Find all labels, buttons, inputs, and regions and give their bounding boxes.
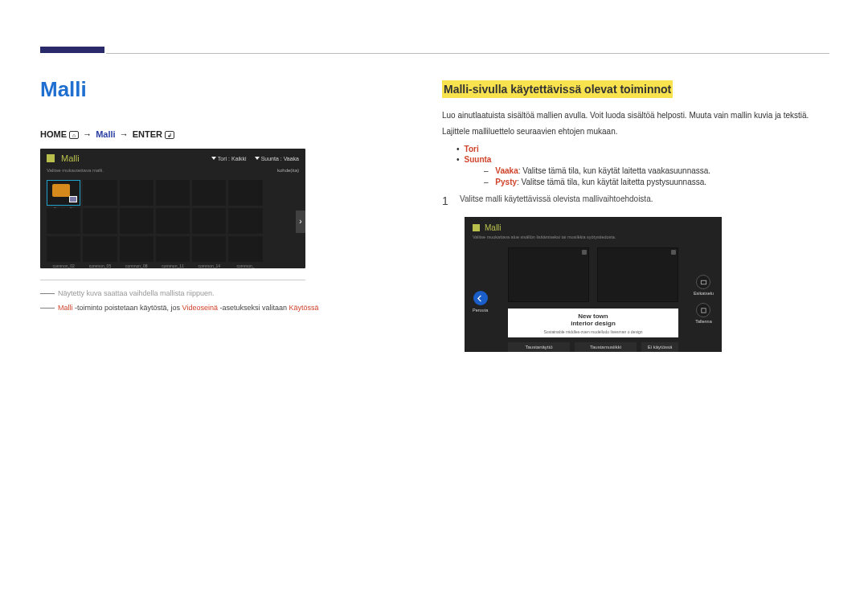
dash-icon: ―― [40, 304, 55, 312]
shot2-title: Malli [485, 223, 502, 232]
svg-rect-0 [701, 280, 706, 284]
template-tile[interactable]: common_04 [83, 208, 117, 234]
sub-vaaka: – Vaaka: Valitse tämä tila, kun käytät l… [484, 166, 836, 175]
chevron-down-icon [211, 157, 216, 160]
divider [40, 280, 305, 280]
footnote-2: ――Malli -toiminto poistetaan käytöstä, j… [40, 303, 346, 314]
bullet-tori: •Tori [457, 145, 836, 153]
template-tile[interactable]: common_02 [47, 236, 80, 262]
bc-home: HOME [40, 129, 67, 139]
header-rule [106, 53, 829, 54]
template-tile[interactable]: common_013 [192, 208, 226, 234]
bullet-suunta: •Suunta [457, 155, 836, 164]
save-label: Tallenna [695, 319, 712, 324]
bullet-label: Suunta [465, 155, 492, 164]
preview-icon [696, 275, 710, 289]
enter-icon: ↲ [165, 131, 174, 139]
lead: Pysty [495, 178, 517, 186]
step-1: 1 Valitse malli käytettävissä olevista m… [442, 194, 836, 207]
back-icon [473, 291, 488, 305]
caption-line3: Sustainable middles-zoen modellodo lives… [508, 329, 678, 334]
save-icon [696, 303, 710, 317]
template-tile[interactable]: common_10 [156, 208, 190, 234]
bc-mid: Malli [96, 129, 115, 139]
template-tile[interactable]: common_ [228, 180, 262, 206]
shot1-count: kohde(tta) [277, 168, 299, 173]
shot2-subtitle: Valitse muokattava alue sisällön lisäämi… [465, 235, 722, 244]
tile-caption: common_02 [47, 264, 80, 268]
template-grid: Omat mallit common_03 common_06 common_0… [40, 175, 305, 268]
cancel-button[interactable]: Peruuta [473, 291, 488, 313]
shot1-title: Malli [61, 153, 80, 163]
preview-button[interactable]: Esikatselu [694, 275, 714, 296]
desc: : Valitse tämä tila, kun käytät laitetta… [517, 178, 706, 186]
arrow-icon: → [81, 129, 93, 139]
footnote-1: ――Näytetty kuva saattaa vaihdella mallis… [40, 288, 346, 300]
lead: Vaaka [495, 166, 518, 175]
template-tile[interactable]: common_06 [120, 180, 154, 206]
screenshot-template-grid: Malli Tori : Kaikki Suunta : Vaaka Valit… [40, 149, 305, 268]
step-number: 1 [442, 194, 448, 207]
folder-icon [52, 184, 70, 197]
cancel-label: Peruuta [473, 308, 488, 313]
resize-icon [671, 250, 676, 255]
chevron-down-icon [255, 157, 260, 160]
disabled-button[interactable]: Ei käytössä [641, 342, 678, 352]
desc: : Valitse tämä tila, kun käytät laitetta… [518, 166, 710, 175]
background-button[interactable]: Taustanäyttö [508, 342, 570, 352]
template-tile[interactable]: common_11 [156, 236, 190, 262]
hl: Videoseinä [182, 304, 218, 312]
tile-caption: common_11 [156, 264, 190, 268]
tile-caption: common_14 [192, 264, 226, 268]
bc-enter: ENTER [133, 129, 162, 139]
template-tile[interactable]: common_ [228, 208, 262, 234]
content-slot-right[interactable] [597, 247, 678, 302]
preview-label: Esikatselu [694, 291, 714, 296]
screenshot-template-editor: Malli Valitse muokattava alue sisällön l… [465, 217, 722, 352]
dropdown-category[interactable]: Tori : Kaikki [211, 156, 247, 161]
svg-rect-1 [702, 308, 706, 312]
caption-line2: interior design [508, 320, 678, 327]
template-caption: New town interior design Sustainable mid… [508, 309, 678, 337]
footnote-1-text: Näytetty kuva saattaa vaihdella mallista… [58, 289, 215, 297]
breadcrumb: HOME ⌂ → Malli → ENTER ↲ [40, 129, 346, 139]
template-tile[interactable]: common_01 [47, 208, 80, 234]
template-icon [473, 224, 480, 231]
content-slot-left[interactable] [508, 247, 589, 302]
template-tile[interactable]: common_14 [192, 236, 226, 262]
bullet-icon: • [457, 145, 460, 153]
template-icon [47, 154, 55, 162]
template-tile[interactable]: common_05 [83, 236, 117, 262]
next-page-button[interactable]: › [296, 210, 305, 233]
template-tile[interactable]: common_07 [120, 208, 154, 234]
home-icon: ⌂ [69, 131, 79, 139]
template-tile[interactable]: common_03 [83, 180, 117, 206]
section-heading: Malli-sivulla käytettävissä olevat toimi… [442, 80, 673, 98]
dash-icon: – [484, 178, 489, 186]
body-p1: Luo ainutlaatuista sisältöä mallien avul… [442, 108, 836, 122]
bullet-label: Tori [465, 145, 479, 153]
template-tile[interactable]: common_ [228, 236, 262, 262]
sub-pysty: – Pysty: Valitse tämä tila, kun käytät l… [484, 178, 836, 186]
thumb-icon [69, 196, 77, 202]
arrow-icon: → [118, 129, 130, 139]
save-button[interactable]: Tallenna [695, 303, 712, 324]
template-tile[interactable]: common_08 [120, 236, 154, 262]
caption-line1: New town [508, 313, 678, 320]
page-title: Malli [40, 77, 346, 102]
tile-caption: common_ [228, 264, 262, 268]
dash-icon: – [484, 166, 489, 175]
dropdown-category-label: Tori : Kaikki [218, 156, 247, 161]
tile-caption: common_05 [83, 264, 117, 268]
template-tile[interactable]: common_12 [192, 180, 226, 206]
template-tile-selected[interactable]: Omat mallit [47, 180, 80, 206]
bullet-icon: • [457, 155, 460, 164]
bgmusic-button[interactable]: Taustamusiikki [575, 342, 637, 352]
txt: -asetukseksi valitaan [218, 304, 289, 312]
tile-caption: common_08 [120, 264, 154, 268]
template-tile[interactable]: common_09 [156, 180, 190, 206]
dropdown-orientation[interactable]: Suunta : Vaaka [255, 156, 299, 161]
hl: Malli [58, 304, 73, 312]
body-p2: Lajittele malliluettelo seuraavien ehtoj… [442, 125, 836, 138]
hl: Käytössä [289, 304, 319, 312]
